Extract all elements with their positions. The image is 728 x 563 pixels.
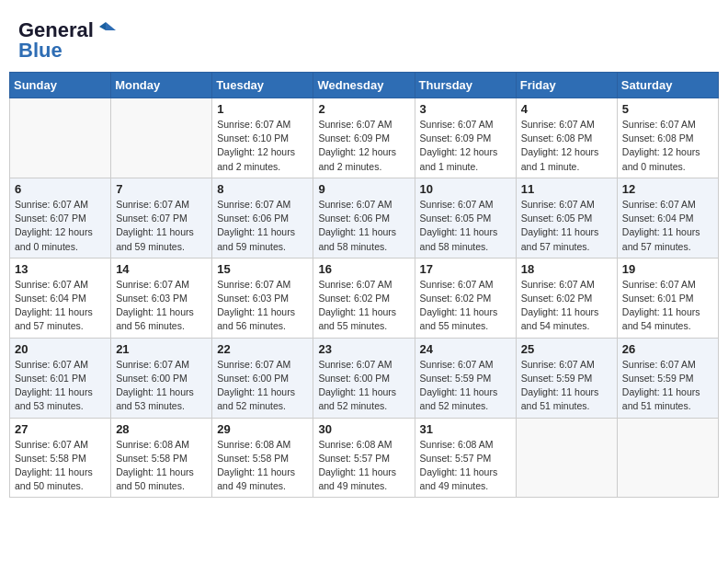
page-header: General Blue (9, 9, 719, 68)
calendar-cell: 10Sunrise: 6:07 AM Sunset: 6:05 PM Dayli… (415, 178, 516, 258)
calendar-cell: 23Sunrise: 6:07 AM Sunset: 6:00 PM Dayli… (313, 338, 415, 418)
calendar-cell (617, 418, 718, 498)
calendar-week-row: 20Sunrise: 6:07 AM Sunset: 6:01 PM Dayli… (10, 338, 719, 418)
day-number: 7 (116, 182, 207, 196)
calendar-cell: 26Sunrise: 6:07 AM Sunset: 5:59 PM Dayli… (617, 338, 718, 418)
calendar-cell: 17Sunrise: 6:07 AM Sunset: 6:02 PM Dayli… (415, 258, 516, 338)
day-number: 12 (622, 182, 713, 196)
day-number: 20 (15, 342, 106, 356)
day-info: Sunrise: 6:07 AM Sunset: 6:08 PM Dayligh… (521, 118, 612, 174)
calendar-cell: 11Sunrise: 6:07 AM Sunset: 6:05 PM Dayli… (516, 178, 617, 258)
day-info: Sunrise: 6:08 AM Sunset: 5:57 PM Dayligh… (420, 438, 511, 494)
calendar-week-row: 6Sunrise: 6:07 AM Sunset: 6:07 PM Daylig… (10, 178, 719, 258)
day-info: Sunrise: 6:07 AM Sunset: 6:03 PM Dayligh… (116, 278, 207, 334)
day-number: 11 (521, 182, 612, 196)
svg-marker-1 (99, 22, 106, 30)
day-info: Sunrise: 6:08 AM Sunset: 5:57 PM Dayligh… (318, 438, 409, 494)
calendar-week-row: 27Sunrise: 6:07 AM Sunset: 5:58 PM Dayli… (10, 418, 719, 498)
calendar-cell (10, 98, 111, 178)
calendar-cell: 1Sunrise: 6:07 AM Sunset: 6:10 PM Daylig… (212, 98, 313, 178)
calendar-header-row: SundayMondayTuesdayWednesdayThursdayFrid… (10, 73, 719, 98)
calendar-cell: 31Sunrise: 6:08 AM Sunset: 5:57 PM Dayli… (415, 418, 516, 498)
day-number: 8 (217, 182, 308, 196)
day-number: 30 (318, 422, 409, 436)
day-info: Sunrise: 6:07 AM Sunset: 6:05 PM Dayligh… (521, 198, 612, 254)
day-info: Sunrise: 6:07 AM Sunset: 6:00 PM Dayligh… (318, 358, 409, 414)
day-number: 22 (217, 342, 308, 356)
day-number: 23 (318, 342, 409, 356)
calendar-table: SundayMondayTuesdayWednesdayThursdayFrid… (9, 72, 719, 498)
day-number: 13 (15, 262, 106, 276)
day-number: 3 (420, 102, 511, 116)
day-number: 6 (15, 182, 106, 196)
day-info: Sunrise: 6:07 AM Sunset: 6:00 PM Dayligh… (217, 358, 308, 414)
calendar-cell: 15Sunrise: 6:07 AM Sunset: 6:03 PM Dayli… (212, 258, 313, 338)
day-info: Sunrise: 6:07 AM Sunset: 5:58 PM Dayligh… (15, 438, 106, 494)
calendar-cell: 30Sunrise: 6:08 AM Sunset: 5:57 PM Dayli… (313, 418, 415, 498)
calendar-cell: 8Sunrise: 6:07 AM Sunset: 6:06 PM Daylig… (212, 178, 313, 258)
calendar-cell: 25Sunrise: 6:07 AM Sunset: 5:59 PM Dayli… (516, 338, 617, 418)
calendar-cell: 12Sunrise: 6:07 AM Sunset: 6:04 PM Dayli… (617, 178, 718, 258)
day-number: 17 (420, 262, 511, 276)
calendar-cell (516, 418, 617, 498)
day-info: Sunrise: 6:07 AM Sunset: 5:59 PM Dayligh… (622, 358, 713, 414)
day-info: Sunrise: 6:07 AM Sunset: 6:04 PM Dayligh… (622, 198, 713, 254)
day-info: Sunrise: 6:07 AM Sunset: 6:06 PM Dayligh… (318, 198, 409, 254)
calendar-cell (111, 98, 212, 178)
col-header-tuesday: Tuesday (212, 73, 313, 98)
day-info: Sunrise: 6:07 AM Sunset: 6:09 PM Dayligh… (420, 118, 511, 174)
day-info: Sunrise: 6:07 AM Sunset: 6:02 PM Dayligh… (521, 278, 612, 334)
logo-bird-icon (96, 20, 116, 40)
col-header-saturday: Saturday (617, 73, 718, 98)
day-number: 27 (15, 422, 106, 436)
day-info: Sunrise: 6:07 AM Sunset: 6:01 PM Dayligh… (622, 278, 713, 334)
day-number: 18 (521, 262, 612, 276)
calendar-cell: 22Sunrise: 6:07 AM Sunset: 6:00 PM Dayli… (212, 338, 313, 418)
day-info: Sunrise: 6:07 AM Sunset: 6:07 PM Dayligh… (15, 198, 106, 254)
calendar-cell: 5Sunrise: 6:07 AM Sunset: 6:08 PM Daylig… (617, 98, 718, 178)
day-number: 25 (521, 342, 612, 356)
day-info: Sunrise: 6:07 AM Sunset: 6:10 PM Dayligh… (217, 118, 308, 174)
day-info: Sunrise: 6:07 AM Sunset: 6:06 PM Dayligh… (217, 198, 308, 254)
day-number: 14 (116, 262, 207, 276)
day-info: Sunrise: 6:07 AM Sunset: 6:04 PM Dayligh… (15, 278, 106, 334)
calendar-cell: 24Sunrise: 6:07 AM Sunset: 5:59 PM Dayli… (415, 338, 516, 418)
col-header-monday: Monday (111, 73, 212, 98)
day-info: Sunrise: 6:07 AM Sunset: 6:02 PM Dayligh… (318, 278, 409, 334)
calendar-cell: 13Sunrise: 6:07 AM Sunset: 6:04 PM Dayli… (10, 258, 111, 338)
day-number: 4 (521, 102, 612, 116)
day-info: Sunrise: 6:07 AM Sunset: 6:05 PM Dayligh… (420, 198, 511, 254)
calendar-cell: 6Sunrise: 6:07 AM Sunset: 6:07 PM Daylig… (10, 178, 111, 258)
calendar-cell: 9Sunrise: 6:07 AM Sunset: 6:06 PM Daylig… (313, 178, 415, 258)
calendar-week-row: 1Sunrise: 6:07 AM Sunset: 6:10 PM Daylig… (10, 98, 719, 178)
day-number: 29 (217, 422, 308, 436)
calendar-cell: 21Sunrise: 6:07 AM Sunset: 6:00 PM Dayli… (111, 338, 212, 418)
day-number: 15 (217, 262, 308, 276)
day-number: 26 (622, 342, 713, 356)
logo: General Blue (18, 18, 116, 63)
day-info: Sunrise: 6:07 AM Sunset: 6:09 PM Dayligh… (318, 118, 409, 174)
day-info: Sunrise: 6:08 AM Sunset: 5:58 PM Dayligh… (217, 438, 308, 494)
day-info: Sunrise: 6:08 AM Sunset: 5:58 PM Dayligh… (116, 438, 207, 494)
col-header-thursday: Thursday (415, 73, 516, 98)
calendar-cell: 20Sunrise: 6:07 AM Sunset: 6:01 PM Dayli… (10, 338, 111, 418)
calendar-cell: 29Sunrise: 6:08 AM Sunset: 5:58 PM Dayli… (212, 418, 313, 498)
day-number: 9 (318, 182, 409, 196)
col-header-sunday: Sunday (10, 73, 111, 98)
day-info: Sunrise: 6:07 AM Sunset: 6:08 PM Dayligh… (622, 118, 713, 174)
calendar-cell: 28Sunrise: 6:08 AM Sunset: 5:58 PM Dayli… (111, 418, 212, 498)
day-number: 16 (318, 262, 409, 276)
day-number: 5 (622, 102, 713, 116)
day-info: Sunrise: 6:07 AM Sunset: 6:01 PM Dayligh… (15, 358, 106, 414)
day-number: 1 (217, 102, 308, 116)
day-number: 28 (116, 422, 207, 436)
calendar-cell: 27Sunrise: 6:07 AM Sunset: 5:58 PM Dayli… (10, 418, 111, 498)
calendar-cell: 18Sunrise: 6:07 AM Sunset: 6:02 PM Dayli… (516, 258, 617, 338)
day-info: Sunrise: 6:07 AM Sunset: 6:00 PM Dayligh… (116, 358, 207, 414)
day-info: Sunrise: 6:07 AM Sunset: 5:59 PM Dayligh… (420, 358, 511, 414)
day-number: 19 (622, 262, 713, 276)
calendar-cell: 7Sunrise: 6:07 AM Sunset: 6:07 PM Daylig… (111, 178, 212, 258)
day-number: 10 (420, 182, 511, 196)
col-header-friday: Friday (516, 73, 617, 98)
calendar-cell: 14Sunrise: 6:07 AM Sunset: 6:03 PM Dayli… (111, 258, 212, 338)
